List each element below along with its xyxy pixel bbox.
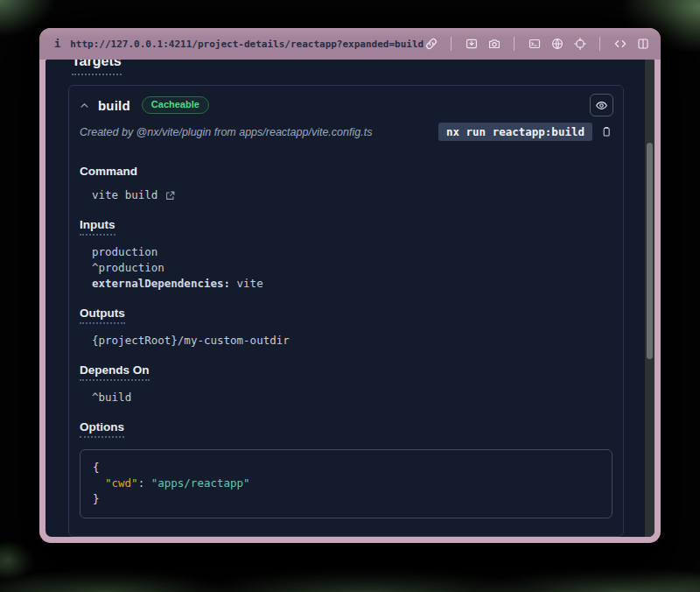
browser-window: i http://127.0.0.1:4211/project-details/… (39, 28, 661, 543)
input-item: externalDependencies: vite (92, 276, 612, 292)
run-command-chip[interactable]: nx run reactapp:build (438, 123, 592, 141)
target-card-build: build Cacheable Created by @nx/vite/plug… (68, 85, 624, 537)
camera-icon[interactable] (486, 37, 501, 52)
target-name-build[interactable]: build (98, 98, 130, 113)
toolbar-separator (599, 37, 600, 51)
command-value: vite build (92, 187, 158, 203)
link-icon[interactable] (424, 37, 438, 52)
build-target-header[interactable]: build Cacheable (69, 86, 623, 116)
json-open-brace: { (93, 460, 599, 476)
inputs-list: production ^production externalDependenc… (92, 244, 612, 292)
download-icon[interactable] (464, 37, 479, 52)
inputs-heading: Inputs (80, 218, 116, 236)
depends-on-heading: Depends On (80, 363, 150, 381)
crosshair-icon[interactable] (572, 37, 587, 52)
build-target-body: Command vite build Inputs production ^pr… (69, 165, 623, 536)
toolbar-separator (451, 37, 452, 51)
scrollbar[interactable] (645, 60, 654, 537)
cacheable-badge: Cacheable (142, 96, 209, 114)
scrollbar-thumb[interactable] (647, 143, 653, 359)
globe-icon[interactable] (550, 37, 564, 52)
terminal-icon[interactable] (527, 37, 542, 52)
json-key: "cwd" (105, 476, 138, 490)
json-colon: : (138, 476, 151, 490)
json-close-brace: } (93, 491, 599, 507)
command-heading: Command (80, 165, 137, 178)
page-title: Targets (72, 60, 122, 75)
external-link-icon[interactable] (164, 190, 176, 201)
titlebar-toolbar (424, 37, 650, 52)
json-value: "apps/reactapp" (151, 476, 250, 490)
json-property-row: "cwd": "apps/reactapp" (93, 476, 599, 491)
created-by-text: Created by @nx/vite/plugin from apps/rea… (80, 126, 372, 138)
info-icon: i (54, 38, 60, 50)
toolbar-separator (514, 37, 514, 51)
input-item: ^production (92, 260, 612, 276)
outputs-heading: Outputs (80, 307, 125, 324)
input-key: externalDependencies: (92, 277, 230, 290)
page-viewport: Targets build Cacheable Created by @nx/v… (46, 60, 654, 537)
browser-titlebar: i http://127.0.0.1:4211/project-details/… (39, 28, 661, 60)
project-details-page: Targets build Cacheable Created by @nx/v… (46, 60, 645, 537)
code-icon[interactable] (612, 37, 627, 52)
output-item: {projectRoot}/my-custom-outdir (92, 333, 612, 349)
copy-icon[interactable] (600, 125, 613, 139)
input-key-value: vite (230, 277, 263, 290)
options-heading: Options (80, 420, 124, 438)
split-editor-icon[interactable] (635, 37, 650, 52)
view-in-graph-button[interactable] (590, 94, 613, 116)
depends-on-item: ^build (92, 390, 612, 405)
options-json-block: { "cwd": "apps/reactapp" } (80, 449, 612, 518)
input-item: production (92, 244, 612, 260)
depends-on-list: ^build (92, 390, 612, 405)
outputs-list: {projectRoot}/my-custom-outdir (92, 333, 612, 349)
chevron-up-icon[interactable] (79, 100, 91, 111)
command-value-row: vite build (92, 187, 612, 203)
build-target-subheader: Created by @nx/vite/plugin from apps/rea… (69, 116, 623, 150)
url-text[interactable]: http://127.0.0.1:4211/project-details/re… (70, 39, 424, 50)
